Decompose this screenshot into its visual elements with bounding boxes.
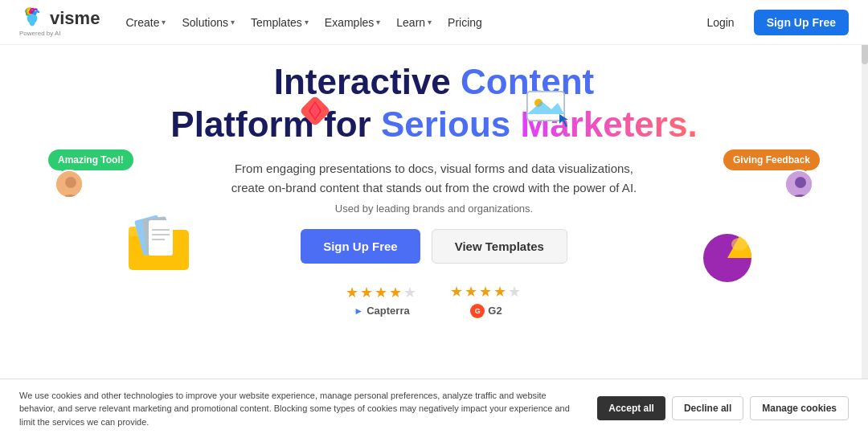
svg-rect-19 bbox=[129, 230, 189, 270]
nav-item-templates[interactable]: Templates ▾ bbox=[244, 11, 315, 34]
avatar-amazing bbox=[55, 170, 84, 199]
svg-point-27 bbox=[703, 234, 751, 282]
nav-item-pricing[interactable]: Pricing bbox=[441, 11, 489, 34]
scrollbar[interactable] bbox=[862, 0, 868, 438]
nav-item-solutions[interactable]: Solutions ▾ bbox=[175, 11, 241, 34]
cookie-decline-button[interactable]: Decline all bbox=[672, 396, 743, 420]
cookie-manage-button[interactable]: Manage cookies bbox=[750, 396, 849, 420]
avatar-feedback bbox=[784, 170, 813, 199]
g2-logo: G G2 bbox=[470, 304, 502, 318]
svg-rect-20 bbox=[129, 227, 157, 236]
logo-wordmark: visme bbox=[50, 8, 100, 29]
folder-decoration bbox=[125, 214, 197, 278]
pie-chart-decoration bbox=[691, 222, 764, 286]
svg-point-18 bbox=[795, 177, 806, 188]
nav-right: Login Sign Up Free bbox=[697, 10, 849, 35]
nav-item-learn[interactable]: Learn ▾ bbox=[390, 11, 438, 34]
navigation: visme Powered by AI Create ▾ Solutions ▾… bbox=[0, 0, 868, 45]
svg-rect-23 bbox=[149, 220, 173, 256]
cookie-banner: We use cookies and other technologies to… bbox=[0, 379, 868, 439]
logo-tagline: Powered by AI bbox=[19, 30, 61, 37]
capterra-logo: ► Capterra bbox=[354, 305, 409, 317]
hero-title-line1: Interactive Content bbox=[170, 61, 697, 104]
nav-left: visme Powered by AI Create ▾ Solutions ▾… bbox=[19, 7, 489, 37]
nav-items: Create ▾ Solutions ▾ Templates ▾ Example… bbox=[119, 11, 489, 34]
cookie-buttons: Accept all Decline all Manage cookies bbox=[597, 396, 849, 420]
chevron-down-icon: ▾ bbox=[305, 18, 309, 27]
g2-stars: ★★★★★ bbox=[450, 283, 522, 301]
login-button[interactable]: Login bbox=[697, 11, 743, 34]
logo[interactable]: visme Powered by AI bbox=[19, 7, 100, 37]
chevron-down-icon: ▾ bbox=[162, 18, 166, 27]
used-by-text: Used by leading brands and organizations… bbox=[335, 203, 533, 215]
g2-icon: G bbox=[470, 304, 485, 318]
svg-point-17 bbox=[786, 171, 813, 199]
hero-title-line2: Platform for Serious Marketers. bbox=[170, 104, 697, 146]
hero-signup-button[interactable]: Sign Up Free bbox=[301, 229, 420, 264]
hero-title: Interactive Content Platform for Serious… bbox=[170, 61, 697, 146]
signup-button[interactable]: Sign Up Free bbox=[754, 10, 849, 35]
visme-logo-icon bbox=[19, 7, 45, 30]
capterra-rating: ★★★★★ ► Capterra bbox=[346, 284, 418, 317]
chevron-down-icon: ▾ bbox=[231, 18, 235, 27]
capterra-stars: ★★★★★ bbox=[346, 284, 418, 301]
g2-rating: ★★★★★ G G2 bbox=[450, 283, 522, 318]
svg-point-16 bbox=[65, 177, 76, 188]
chevron-down-icon: ▾ bbox=[428, 18, 432, 27]
hero-templates-button[interactable]: View Templates bbox=[432, 229, 567, 264]
svg-rect-21 bbox=[134, 215, 167, 256]
svg-point-15 bbox=[56, 171, 84, 199]
nav-item-examples[interactable]: Examples ▾ bbox=[318, 11, 387, 34]
svg-point-6 bbox=[27, 14, 36, 23]
hero-section: Amazing Tool! Giving Feedback bbox=[0, 45, 868, 326]
capterra-arrow-icon: ► bbox=[354, 305, 363, 317]
ratings-row: ★★★★★ ► Capterra ★★★★★ G G2 bbox=[346, 283, 522, 318]
cookie-accept-button[interactable]: Accept all bbox=[597, 396, 665, 420]
svg-rect-22 bbox=[142, 216, 171, 256]
cookie-text: We use cookies and other technologies to… bbox=[19, 389, 582, 429]
svg-point-28 bbox=[731, 238, 747, 251]
bubble-giving-feedback: Giving Feedback bbox=[723, 149, 820, 170]
hero-subtitle: From engaging presentations to docs, vis… bbox=[231, 159, 637, 198]
nav-item-create[interactable]: Create ▾ bbox=[119, 11, 172, 34]
bubble-amazing-tool: Amazing Tool! bbox=[48, 149, 133, 170]
hero-buttons: Sign Up Free View Templates bbox=[301, 229, 567, 264]
chevron-down-icon: ▾ bbox=[376, 18, 380, 27]
